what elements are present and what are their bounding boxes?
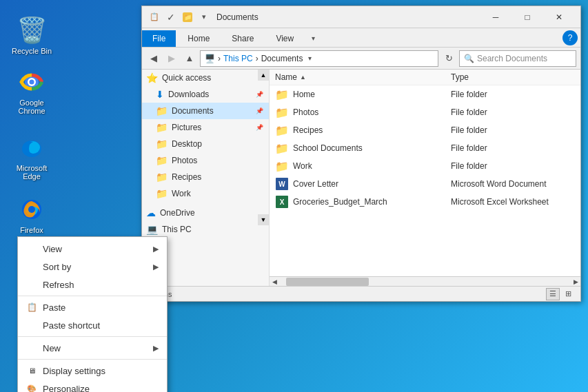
ctx-paste-shortcut[interactable]: Paste shortcut (18, 316, 167, 334)
file-name-work: Work (293, 161, 447, 171)
status-bar: 7 items ☰ ⊞ (142, 286, 580, 301)
personalize-icon: 🎨 (26, 383, 37, 392)
desktop-label: Desktop (172, 139, 202, 149)
chrome-label: Google Chrome (10, 99, 54, 115)
ctx-display-settings[interactable]: 🖥 Display settings (18, 362, 167, 380)
maximize-button[interactable]: □ (511, 6, 543, 28)
file-icon-recipes: 📁 (275, 123, 289, 137)
forward-button[interactable]: ▶ (164, 51, 179, 66)
sidebar-item-quick-access[interactable]: ⭐ Quick access (142, 70, 269, 86)
table-row[interactable]: 📁 Home File folder (270, 85, 580, 103)
view-details-button[interactable]: ☰ (546, 288, 560, 300)
hscroll-right[interactable]: ▶ (571, 277, 580, 287)
breadcrumb-documents[interactable]: Documents (261, 54, 303, 63)
file-type-photos: File folder (451, 107, 575, 117)
table-row[interactable]: W Cover Letter Microsoft Word Document (270, 175, 580, 193)
breadcrumb-thispc[interactable]: This PC (223, 54, 253, 63)
sort-by-icon (26, 261, 37, 272)
edge-icon[interactable]: Microsoft Edge (7, 131, 57, 183)
close-button[interactable]: ✕ (543, 6, 575, 28)
col-name-header[interactable]: Name ▲ (275, 72, 451, 82)
sidebar-item-documents[interactable]: 📁 Documents 📌 (142, 103, 269, 119)
hscroll-thumb[interactable] (286, 278, 369, 286)
pictures-label: Pictures (172, 123, 201, 132)
ctx-new-label: New (43, 343, 61, 353)
back-button[interactable]: ◀ (146, 51, 161, 66)
sidebar-item-photos[interactable]: 📁 Photos (142, 152, 269, 169)
edge-label: Microsoft Edge (10, 164, 54, 180)
nav-scroll-down[interactable]: ▼ (258, 214, 269, 225)
file-name-home: Home (293, 90, 447, 99)
main-area: ▲ ⭐ Quick access ⬇ Downloads 📌 📁 Documen… (142, 70, 580, 286)
sidebar-item-downloads[interactable]: ⬇ Downloads 📌 (142, 86, 269, 103)
nav-scroll-up[interactable]: ▲ (258, 70, 269, 81)
ctx-sep-3 (18, 359, 167, 360)
address-bar[interactable]: 🖥️ › This PC › Documents ▾ (200, 50, 438, 67)
tab-view[interactable]: View (265, 30, 304, 47)
sidebar-item-pictures[interactable]: 📁 Pictures 📌 (142, 119, 269, 136)
file-name-photos: Photos (293, 107, 447, 117)
ctx-new[interactable]: New ▶ (18, 339, 167, 357)
ctx-refresh[interactable]: Refresh (18, 276, 167, 293)
qat-icon: 📁 (181, 10, 194, 24)
up-button[interactable]: ▲ (182, 51, 197, 66)
onedrive-icon: ☁ (146, 207, 156, 218)
tab-share[interactable]: Share (221, 30, 264, 47)
table-row[interactable]: 📁 Recipes File folder (270, 121, 580, 139)
minimize-button[interactable]: ─ (480, 6, 511, 28)
file-list: Name ▲ Type 📁 Home File folder 📁 Photos (270, 70, 580, 276)
view-large-icons-button[interactable]: ⊞ (561, 288, 575, 300)
ribbon-tabs: File Home Share View ▾ ? (142, 28, 580, 48)
file-list-header[interactable]: Name ▲ Type (270, 70, 580, 85)
file-name-school: School Documents (293, 143, 447, 153)
photos-label: Photos (172, 156, 197, 165)
context-menu: View ▶ Sort by ▶ Refresh 📋 Paste Paste s… (17, 236, 168, 392)
recipes-label: Recipes (172, 172, 201, 182)
sidebar-item-recipes[interactable]: 📁 Recipes (142, 169, 269, 185)
file-name-groceries: Groceries_Budget_March (293, 197, 447, 207)
firefox-icon[interactable]: Firefox (7, 193, 57, 237)
sidebar-item-onedrive[interactable]: ☁ OneDrive (142, 205, 269, 221)
paste-shortcut-icon (26, 320, 37, 331)
quick-access-icon: ⭐ (146, 72, 158, 83)
ctx-sep-1 (18, 296, 167, 296)
ctx-paste-label: Paste (43, 302, 65, 313)
view-icon (26, 243, 37, 254)
tab-file[interactable]: File (142, 30, 176, 47)
sidebar-item-work[interactable]: 📁 Work (142, 185, 269, 202)
sidebar-item-this-pc[interactable]: 💻 This PC (142, 221, 269, 238)
qat-undo[interactable]: ✓ (164, 10, 178, 24)
ctx-sort-by[interactable]: Sort by ▶ (18, 258, 167, 276)
table-row[interactable]: 📁 Photos File folder (270, 103, 580, 121)
col-type-header[interactable]: Type (451, 72, 575, 82)
table-row[interactable]: 📁 Work File folder (270, 157, 580, 175)
ctx-personalize[interactable]: 🎨 Personalize (18, 380, 167, 392)
qat-dropdown[interactable]: ▾ (197, 10, 211, 24)
paste-icon: 📋 (26, 302, 37, 313)
address-dropdown[interactable]: ▾ (308, 54, 312, 62)
table-row[interactable]: 📁 School Documents File folder (270, 139, 580, 157)
chrome-icon[interactable]: Google Chrome (7, 65, 57, 118)
help-button[interactable]: ? (562, 30, 578, 45)
ribbon-collapse[interactable]: ▾ (305, 30, 321, 45)
refresh-button[interactable]: ↻ (441, 51, 456, 66)
file-type-recipes: File folder (451, 125, 575, 135)
desktop-icon-nav: 📁 (156, 138, 168, 149)
sidebar-item-desktop[interactable]: 📁 Desktop (142, 136, 269, 152)
ctx-paste[interactable]: 📋 Paste (18, 298, 167, 316)
recycle-bin-icon[interactable]: 🗑️ Recycle Bin (7, 14, 57, 58)
horizontal-scrollbar[interactable]: ◀ ▶ (270, 276, 580, 286)
toolbar: ◀ ▶ ▲ 🖥️ › This PC › Documents ▾ ↻ 🔍 Sea… (142, 48, 580, 70)
ctx-display-settings-label: Display settings (43, 366, 105, 376)
this-pc-icon: 💻 (146, 224, 158, 235)
work-icon: 📁 (156, 188, 168, 199)
qat-properties[interactable]: 📋 (148, 10, 161, 24)
file-icon-photos: 📁 (275, 105, 289, 119)
title-bar: 📋 ✓ 📁 ▾ Documents ─ □ ✕ (142, 6, 580, 28)
table-row[interactable]: X Groceries_Budget_March Microsoft Excel… (270, 193, 580, 211)
search-box[interactable]: 🔍 Search Documents (459, 50, 576, 67)
hscroll-left[interactable]: ◀ (270, 277, 279, 287)
tab-home[interactable]: Home (177, 30, 220, 47)
file-type-cover: Microsoft Word Document (451, 179, 575, 189)
ctx-view[interactable]: View ▶ (18, 240, 167, 258)
